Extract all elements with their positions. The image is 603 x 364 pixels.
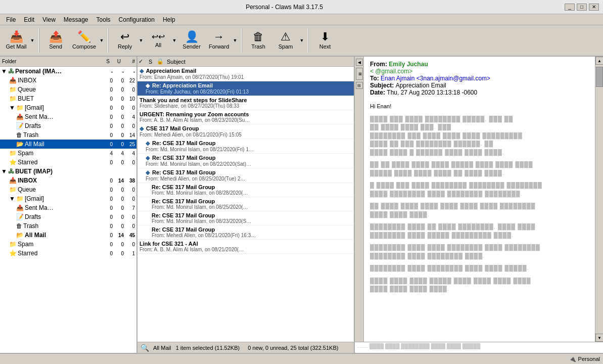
msg-from: From: Enan Ajmain, on 08/27/2020(Thu) 19… [140, 74, 352, 80]
folder-s: 0 [103, 132, 114, 138]
folder-item-buet-starred[interactable]: ⭐ Starred 0 0 1 [0, 249, 136, 258]
expand-icon: ▼ [1, 68, 7, 75]
menu-help[interactable]: Help [159, 15, 179, 24]
send-icon: 📤 [49, 31, 63, 42]
subject-value: Appreciation Email [396, 82, 446, 89]
trash-button[interactable]: 🗑 Trash [245, 27, 271, 54]
folder-col-u[interactable]: U [111, 59, 122, 64]
folder-list[interactable]: ▼ 🖧 Personal (IMA… - - - 📥 INBOX 0 0 22 … [0, 67, 136, 353]
folder-name: All Mail [25, 141, 103, 148]
next-button[interactable]: ⬇ Next [312, 27, 338, 54]
msg-subject: Thank you and next steps for SlideShare [140, 97, 352, 103]
compose-dropdown[interactable]: ▼ [99, 27, 105, 54]
folder-name: Drafts [25, 213, 103, 220]
send-button[interactable]: 📤 Send [42, 27, 69, 54]
reading-zoom-btn[interactable]: ⊞ [356, 68, 363, 80]
sender-button[interactable]: 👤 Sender [178, 27, 205, 54]
allmail-icon: 📂 [16, 232, 24, 239]
msg-subject: ◆ Re: CSE 317 Mail Group [140, 140, 352, 147]
email-from-row: From: Emily Juchau [370, 61, 589, 68]
folder-item-buet-trash[interactable]: 🗑 Trash 0 0 0 [0, 221, 136, 231]
trash-icon: 🗑 [16, 222, 22, 230]
msg-re-cse317-5[interactable]: Re: CSE 317 Mail Group From: Md. Monirul… [137, 197, 354, 211]
msg-re-cse317-1[interactable]: ◆ Re: CSE 317 Mail Group From: Md. Monir… [137, 139, 354, 154]
forward-button[interactable]: → Forward [206, 27, 232, 54]
message-list[interactable]: ◆ Appreciation Email From: Enan Ajmain, … [137, 67, 354, 342]
maximize-button[interactable]: □ [577, 4, 587, 11]
thread-indicator: ◆ [146, 82, 150, 88]
folder-item-personal-inbox[interactable]: 📥 INBOX 0 0 22 [0, 76, 136, 85]
folder-n: 0 [125, 196, 136, 202]
folder-name: Drafts [25, 122, 103, 129]
folder-item-personal-root[interactable]: ▼ 🖧 Personal (IMA… - - - [0, 67, 136, 76]
compose-button[interactable]: ✏️ Compose [70, 27, 99, 54]
get-mail-icon: 📥 [10, 31, 23, 42]
msg-appreciation[interactable]: ◆ Appreciation Email From: Enan Ajmain, … [137, 67, 354, 81]
folder-item-buet-inbox[interactable]: 📥 INBOX 0 14 38 [0, 176, 136, 185]
folder-item-personal-queue[interactable]: 📁 Queue 0 0 0 [0, 85, 136, 94]
folder-item-personal-buet[interactable]: 📁 BUET 0 0 10 [0, 94, 136, 103]
folder-item-personal-trash[interactable]: 🗑 Trash 0 0 14 [0, 130, 136, 140]
folder-item-personal-drafts[interactable]: 📝 Drafts 0 0 0 [0, 121, 136, 130]
spam-dropdown[interactable]: ▼ [299, 27, 305, 54]
folder-item-personal-spam[interactable]: 📁 Spam 4 4 4 [0, 149, 136, 158]
folder-u: 0 [114, 223, 125, 229]
folder-item-buet-drafts[interactable]: 📝 Drafts 0 0 0 [0, 212, 136, 221]
reading-collapse-btn[interactable]: ◀ [356, 59, 363, 66]
msg-link-cse321[interactable]: Link for CSE 321 - AAI From: A. B. M. Al… [137, 240, 354, 254]
get-mail-button[interactable]: 📥 Get Mail [3, 27, 29, 54]
msg-re-cse317-3[interactable]: ◆ Re: CSE 317 Mail Group From: Mehedi Al… [137, 168, 354, 183]
reply-button[interactable]: ↩ Reply [112, 27, 138, 54]
menu-tools[interactable]: Tools [92, 15, 115, 24]
msg-re-cse317-4[interactable]: Re: CSE 317 Mail Group From: Md. Monirul… [137, 183, 354, 197]
scroll-up-btn[interactable]: ▲ [595, 57, 603, 65]
folder-col-s[interactable]: S [100, 59, 111, 64]
msg-urgent-zoom[interactable]: URGENT: Renaming your Zoom accounts From… [137, 110, 354, 124]
folder-item-buet-allmail[interactable]: 📂 All Mail 0 14 45 [0, 231, 136, 240]
menu-configuration[interactable]: Configuration [115, 15, 159, 24]
msg-thankyou[interactable]: Thank you and next steps for SlideShare … [137, 96, 354, 110]
all-button[interactable]: ↩↩ All [145, 27, 171, 54]
folder-col-n[interactable]: # [122, 59, 136, 64]
folder-item-buet-sent[interactable]: 📤 Sent Ma… 0 0 7 [0, 203, 136, 212]
toolbar-sep-3 [241, 28, 242, 53]
folder-item-buet-queue[interactable]: 📁 Queue 0 0 0 [0, 185, 136, 194]
close-button[interactable]: ✕ [589, 4, 599, 11]
minimize-button[interactable]: _ [565, 4, 575, 11]
scroll-down-btn[interactable]: ▼ [595, 334, 603, 342]
folder-u: - [114, 69, 125, 74]
msg-re-cse317-6[interactable]: Re: CSE 317 Mail Group From: Md. Monirul… [137, 211, 354, 225]
folder-item-personal-sent[interactable]: 📤 Sent Ma… 0 0 4 [0, 112, 136, 121]
search-button[interactable]: 🔍 [141, 344, 149, 352]
folder-item-buet-gmail[interactable]: ▼ 📁 [Gmail] 0 0 0 [0, 194, 136, 203]
msg-re-cse317-7[interactable]: Re: CSE 317 Mail Group From: Mehedi Alie… [137, 225, 354, 240]
body-line-18: ████ ████ ████ ████. [370, 285, 589, 293]
msg-re-cse317-2[interactable]: ◆ Re: CSE 317 Mail Group From: Md. Monir… [137, 154, 354, 168]
msg-re-appreciation[interactable]: ◆ Re: Appreciation Email From: Emily Juc… [137, 81, 354, 96]
msg-from: From: Md. Monirul Islam, on 08/25/2020(… [140, 204, 352, 210]
folder-item-personal-gmail[interactable]: ▼ 📁 [Gmail] 0 0 0 [0, 103, 136, 112]
reading-print-btn[interactable]: ⊟ [356, 82, 363, 89]
folder-icon: 📁 [16, 104, 24, 111]
folder-name: Spam [18, 241, 103, 248]
spam-button[interactable]: ⚠ Spam [272, 27, 299, 54]
body-line-2: ██ ████ ████ ███. ███ [370, 123, 589, 131]
folder-icon: 📁 [16, 195, 24, 202]
folder-item-personal-allmail[interactable]: 📂 All Mail 0 0 25 [0, 140, 136, 149]
menu-view[interactable]: View [38, 15, 60, 24]
folder-item-buet-root[interactable]: ▼ 🖧 BUET (IMAP) [0, 167, 136, 176]
forward-dropdown[interactable]: ▼ [232, 27, 238, 54]
folder-n: 1 [125, 251, 136, 256]
reply-dropdown[interactable]: ▼ [138, 27, 144, 54]
menu-message[interactable]: Message [60, 15, 92, 24]
scroll-thumb[interactable] [596, 67, 603, 87]
menu-edit[interactable]: Edit [20, 15, 38, 24]
msg-cse317[interactable]: ◆ CSE 317 Mail Group From: Mehedi Alien,… [137, 124, 354, 139]
email-header: From: Emily Juchau < @gmail.com> To: Ena… [370, 61, 589, 96]
folder-item-buet-spam[interactable]: 📁 Spam 0 0 0 [0, 240, 136, 249]
get-mail-dropdown[interactable]: ▼ [29, 27, 35, 54]
folder-item-personal-starred[interactable]: ⭐ Starred 0 0 0 [0, 158, 136, 167]
scroll-track [595, 65, 603, 334]
all-dropdown[interactable]: ▼ [171, 27, 177, 54]
menu-file[interactable]: File [2, 15, 20, 24]
